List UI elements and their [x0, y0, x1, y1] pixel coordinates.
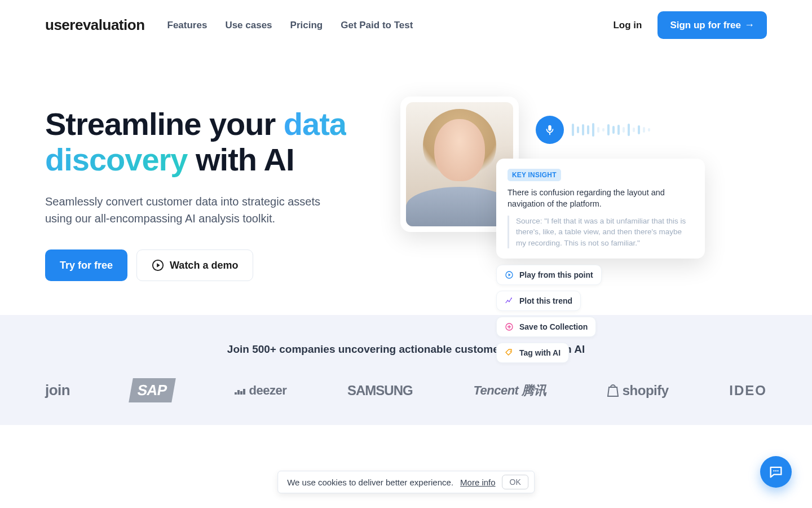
arrow-right-icon: →: [744, 19, 754, 31]
chip-tag[interactable]: Tag with AI: [496, 343, 569, 363]
insight-card: KEY INSIGHT There is confusion regarding…: [496, 159, 705, 259]
svg-rect-8: [235, 392, 237, 395]
svg-point-13: [775, 470, 776, 471]
social-proof-title: Join 500+ companies uncovering actionabl…: [45, 343, 767, 356]
svg-rect-10: [240, 391, 242, 395]
logo-join: join: [45, 382, 70, 399]
svg-rect-9: [237, 390, 240, 395]
hero-visual: KEY INSIGHT There is confusion regarding…: [406, 107, 767, 281]
header: userevaluation Features Use cases Pricin…: [0, 0, 812, 50]
svg-point-14: [777, 470, 778, 471]
hero-section: Streamline your data discovery with AI S…: [0, 50, 812, 315]
insight-source: Source: "I felt that it was a bit unfami…: [508, 216, 694, 249]
svg-point-7: [510, 351, 511, 352]
play-icon: [505, 270, 514, 279]
chip-plot[interactable]: Plot this trend: [496, 291, 581, 311]
nav-get-paid[interactable]: Get Paid to Test: [341, 20, 413, 31]
hero-actions: Try for free Watch a demo: [45, 249, 372, 281]
logo-samsung: SAMSUNG: [347, 383, 413, 398]
svg-point-5: [511, 297, 512, 299]
svg-point-12: [773, 470, 774, 471]
hero-title-suffix: with AI: [188, 142, 294, 177]
watch-demo-label: Watch a demo: [170, 260, 238, 271]
main-nav: Features Use cases Pricing Get Paid to T…: [167, 20, 413, 31]
hero-title-prefix: Streamline your: [45, 106, 284, 142]
signup-label: Sign up for free: [670, 20, 741, 31]
cookie-text: We use cookies to deliver better experie…: [287, 478, 453, 487]
chip-save[interactable]: Save to Collection: [496, 317, 596, 337]
shopify-bag-icon: [607, 384, 619, 397]
logo-shopify-text: shopify: [623, 383, 669, 398]
svg-point-4: [509, 301, 510, 302]
add-circle-icon: [505, 322, 514, 331]
microphone-icon: [536, 116, 564, 144]
chip-play-label: Play from this point: [519, 270, 593, 279]
chip-tag-label: Tag with AI: [519, 348, 561, 357]
trend-icon: [505, 296, 514, 305]
header-actions: Log in Sign up for free →: [613, 11, 767, 39]
chip-play[interactable]: Play from this point: [496, 265, 602, 285]
chip-save-label: Save to Collection: [519, 322, 588, 331]
insight-text: There is confusion regarding the layout …: [508, 187, 694, 210]
login-link[interactable]: Log in: [613, 20, 642, 31]
waveform-icon: [572, 123, 650, 137]
try-free-button[interactable]: Try for free: [45, 249, 127, 281]
tag-icon: [505, 348, 514, 357]
nav-pricing[interactable]: Pricing: [290, 20, 323, 31]
watch-demo-button[interactable]: Watch a demo: [136, 249, 253, 281]
chat-widget-button[interactable]: [760, 456, 792, 488]
cookie-bar: We use cookies to deliver better experie…: [277, 471, 535, 493]
play-circle-icon: [152, 259, 164, 271]
signup-button[interactable]: Sign up for free →: [657, 11, 767, 39]
action-chips: Play from this point Plot this trend Sav…: [496, 265, 602, 363]
logo-sap: SAP: [129, 378, 176, 402]
deezer-bars-icon: [235, 387, 246, 395]
chat-icon: [768, 464, 784, 480]
audio-wave: [536, 116, 650, 144]
nav-usecases[interactable]: Use cases: [225, 20, 272, 31]
chip-plot-label: Plot this trend: [519, 296, 572, 305]
cookie-ok-button[interactable]: OK: [502, 475, 528, 489]
hero-subtitle: Seamlessly convert customer data into st…: [45, 193, 338, 227]
hero-title: Streamline your data discovery with AI: [45, 107, 372, 177]
hero-left: Streamline your data discovery with AI S…: [45, 107, 372, 281]
cookie-more-info-link[interactable]: More info: [460, 478, 496, 487]
logo-ideo: IDEO: [729, 383, 767, 398]
logo-shopify: shopify: [607, 383, 669, 398]
logo-deezer-text: deezer: [249, 383, 287, 398]
svg-rect-1: [548, 125, 551, 131]
brand-logo[interactable]: userevaluation: [45, 16, 145, 34]
brand-logos: join SAP deezer SAMSUNG Tencent 腾讯 shopi…: [45, 378, 767, 402]
svg-rect-11: [243, 389, 245, 395]
nav-features[interactable]: Features: [167, 20, 208, 31]
insight-tag: KEY INSIGHT: [508, 169, 561, 181]
social-proof: Join 500+ companies uncovering actionabl…: [0, 315, 812, 425]
logo-tencent: Tencent 腾讯: [473, 382, 546, 399]
svg-point-3: [507, 300, 508, 301]
logo-deezer: deezer: [235, 383, 287, 398]
